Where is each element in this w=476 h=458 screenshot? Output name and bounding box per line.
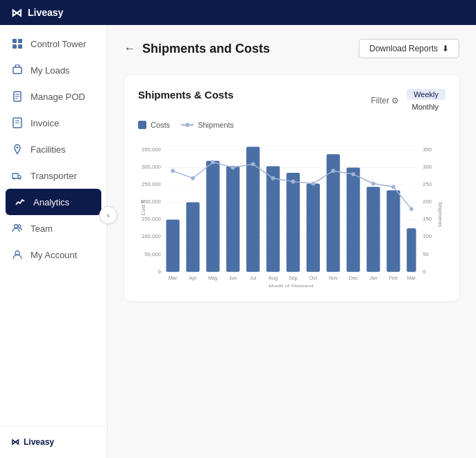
invoice-icon [11, 117, 24, 129]
footer-logo-icon: ⋈ [11, 437, 19, 447]
svg-text:0: 0 [158, 269, 160, 275]
sidebar-item-my-loads[interactable]: My Loads [0, 57, 107, 83]
dot-nov [331, 169, 335, 173]
svg-text:Month of Shipment: Month of Shipment [269, 283, 314, 287]
svg-rect-3 [18, 44, 22, 49]
dot-jul [251, 162, 255, 167]
svg-point-13 [13, 178, 15, 179]
svg-text:150,000: 150,000 [142, 216, 161, 222]
bar-dec [346, 167, 359, 271]
dot-sep [291, 180, 296, 184]
legend-costs-dot [138, 121, 146, 129]
svg-text:Dec: Dec [349, 275, 358, 281]
svg-text:Jan: Jan [369, 275, 377, 281]
dot-mar [171, 169, 175, 173]
dot-may [211, 160, 215, 164]
svg-text:50,000: 50,000 [144, 251, 161, 257]
sidebar-footer-logo: ⋈ Liveasy [11, 437, 96, 447]
bar-aug [266, 166, 280, 271]
svg-text:Feb: Feb [389, 275, 398, 281]
topbar: ⋈ Liveasy [0, 0, 476, 25]
filter-weekly[interactable]: Weekly [407, 89, 445, 100]
svg-text:Jul: Jul [250, 275, 257, 281]
control-tower-icon [11, 37, 24, 50]
svg-text:Aug: Aug [269, 275, 278, 281]
sidebar-item-control-tower[interactable]: Control Tower [0, 31, 107, 57]
transporter-icon [11, 169, 24, 182]
main-content: ← Shipments and Costs Download Reports ⬇… [108, 25, 476, 458]
svg-point-14 [19, 178, 20, 179]
svg-text:Jun: Jun [229, 275, 237, 281]
sidebar-label-my-account: My Account [31, 250, 77, 260]
svg-text:250,000: 250,000 [142, 181, 161, 187]
my-loads-icon [11, 64, 24, 76]
filter-monthly[interactable]: Monthly [405, 101, 445, 112]
dot-feb [391, 185, 396, 189]
svg-text:200: 200 [423, 198, 432, 205]
sidebar-item-analytics[interactable]: Analytics [6, 189, 101, 215]
sidebar-label-facilities: Facilities [31, 144, 66, 155]
sidebar-item-team[interactable]: Team [0, 215, 107, 241]
team-icon [11, 222, 24, 235]
svg-text:0: 0 [423, 269, 425, 275]
svg-point-15 [15, 225, 18, 228]
svg-point-16 [18, 225, 21, 228]
svg-text:Cost ₹: Cost ₹ [140, 200, 146, 216]
dot-apr [191, 176, 195, 180]
topbar-logo-text: Liveasy [28, 7, 63, 18]
legend-shipments-line [181, 124, 194, 126]
svg-text:50: 50 [423, 251, 429, 257]
my-account-icon [11, 248, 24, 261]
page-title: Shipments and Costs [142, 42, 270, 56]
sidebar-footer: ⋈ Liveasy [0, 425, 107, 458]
chart-legend: Costs Shipments [138, 121, 445, 129]
dot-jan [371, 182, 375, 186]
svg-text:Shipments: Shipments [437, 202, 443, 227]
dot-dec [351, 172, 355, 176]
page-title-wrap: ← Shipments and Costs [124, 42, 270, 56]
svg-text:100,000: 100,000 [142, 233, 161, 239]
main-layout: Control Tower My Loads Manage POD Invoic… [0, 25, 476, 458]
chart-title: Shipments & Costs [138, 89, 234, 101]
svg-text:Apr: Apr [189, 275, 197, 281]
footer-logo-text: Liveasy [24, 437, 54, 447]
svg-text:300: 300 [423, 164, 432, 170]
svg-text:350: 350 [423, 146, 432, 153]
sidebar-collapse-button[interactable]: ‹ [99, 206, 117, 224]
sidebar-label-invoice: Invoice [31, 118, 59, 128]
back-button[interactable]: ← [124, 42, 135, 55]
bar-sep [287, 173, 300, 272]
bar-mar [166, 220, 179, 272]
svg-rect-4 [13, 67, 22, 74]
svg-rect-1 [18, 39, 22, 43]
svg-text:Mar: Mar [407, 275, 416, 281]
svg-text:300,000: 300,000 [142, 164, 161, 170]
sidebar-nav: Control Tower My Loads Manage POD Invoic… [0, 31, 107, 425]
analytics-icon [14, 196, 26, 208]
sidebar-item-invoice[interactable]: Invoice [0, 110, 107, 136]
legend-costs: Costs [138, 121, 170, 129]
bar-jan [366, 187, 380, 271]
sidebar-label-analytics: Analytics [33, 197, 69, 207]
legend-costs-label: Costs [151, 121, 170, 129]
bar-jun [226, 166, 239, 271]
sidebar-item-manage-pod[interactable]: Manage POD [0, 83, 107, 110]
svg-text:350,000: 350,000 [142, 146, 161, 153]
chart-controls: Filter ⚙ Weekly Monthly [371, 89, 445, 112]
dot-jun [231, 166, 235, 170]
legend-shipments-label: Shipments [198, 121, 234, 129]
svg-text:Oct: Oct [309, 275, 317, 281]
filter-label: Filter ⚙ [371, 96, 399, 105]
chart-wrap: 0 50,000 100,000 150,000 200,000 250,000… [138, 135, 445, 290]
sidebar-item-my-account[interactable]: My Account [0, 241, 107, 268]
filter-options: Weekly Monthly [405, 89, 445, 112]
download-reports-button[interactable]: Download Reports ⬇ [359, 39, 459, 58]
chart-svg: 0 50,000 100,000 150,000 200,000 250,000… [138, 135, 445, 287]
topbar-logo: ⋈ Liveasy [11, 6, 63, 19]
bar-may [206, 161, 219, 272]
page-header: ← Shipments and Costs Download Reports ⬇ [124, 39, 459, 58]
chart-card: Shipments & Costs Filter ⚙ Weekly Monthl… [124, 75, 459, 301]
svg-text:250: 250 [423, 181, 432, 187]
sidebar-item-facilities[interactable]: Facilities [0, 136, 107, 162]
sidebar-item-transporter[interactable]: Transporter [0, 162, 107, 189]
